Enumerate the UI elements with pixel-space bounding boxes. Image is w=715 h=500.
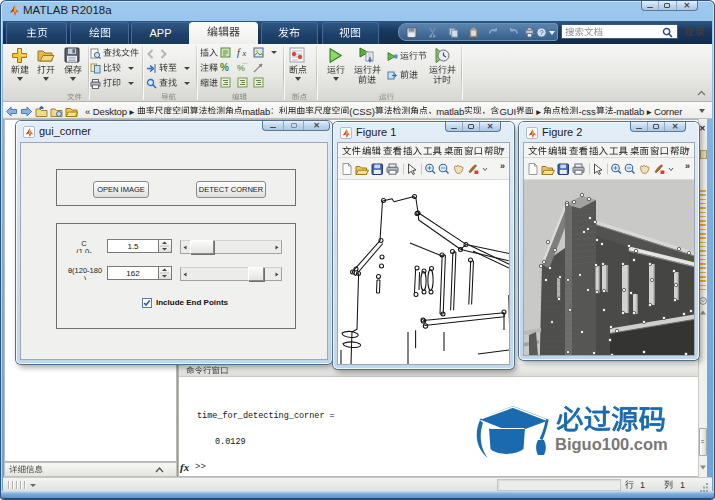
svg-text:%: % xyxy=(220,62,229,73)
svg-text:f: f xyxy=(237,47,241,58)
svg-text:%̅: %̅ xyxy=(237,63,248,73)
svg-text:?: ? xyxy=(539,28,543,37)
svg-text:x: x xyxy=(242,49,247,58)
